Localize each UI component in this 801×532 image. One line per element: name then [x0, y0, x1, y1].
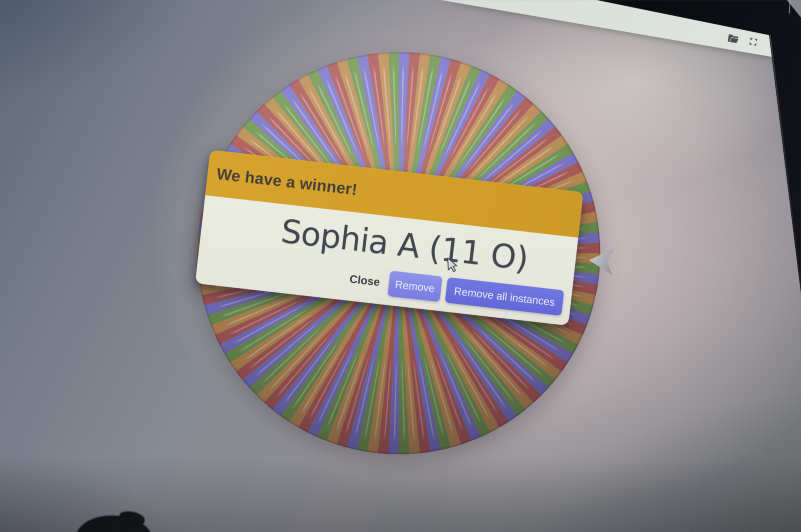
remove-button[interactable]: Remove	[387, 270, 442, 302]
open-file-icon[interactable]	[726, 32, 740, 46]
close-button[interactable]: Close	[345, 272, 384, 289]
fullscreen-icon[interactable]	[748, 36, 759, 47]
photo-of-projected-screen: { "toolbar": { "icons": [ { "name": "ope…	[0, 0, 801, 532]
mouse-cursor	[446, 257, 459, 274]
dialog-title: We have a winner!	[216, 165, 358, 199]
remove-all-instances-button[interactable]: Remove all instances	[445, 277, 564, 316]
